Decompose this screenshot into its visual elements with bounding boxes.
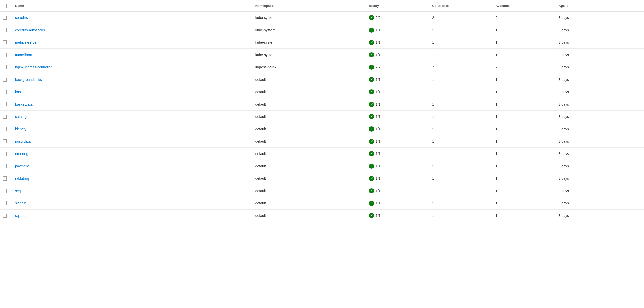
row-checkbox-cell xyxy=(0,135,12,147)
deployment-name-link[interactable]: ordering xyxy=(15,152,28,156)
row-checkbox[interactable] xyxy=(3,16,7,20)
deployment-name-link[interactable]: sqldata xyxy=(15,214,27,218)
deployment-name-link[interactable]: coredns-autoscaler xyxy=(15,28,45,32)
row-namespace-cell: default xyxy=(252,86,366,98)
deployment-name-link[interactable]: basket xyxy=(15,90,26,94)
table-row: basketdatadefault1/1113 days xyxy=(0,98,644,110)
row-uptodate-cell: 1 xyxy=(429,209,492,222)
deployment-name-link[interactable]: tunnelfront xyxy=(15,53,32,57)
row-available-cell: 1 xyxy=(492,73,555,86)
row-checkbox-cell xyxy=(0,147,12,160)
row-namespace-cell: default xyxy=(252,209,366,222)
row-namespace-cell: default xyxy=(252,98,366,110)
ready-check-icon xyxy=(369,139,374,144)
row-checkbox[interactable] xyxy=(3,115,7,119)
row-ready-cell: 1/1 xyxy=(366,135,429,147)
row-checkbox[interactable] xyxy=(3,214,7,218)
row-uptodate-cell: 1 xyxy=(429,185,492,197)
ready-check-icon xyxy=(369,40,374,45)
deployment-name-link[interactable]: rabbitmq xyxy=(15,176,29,181)
row-age-cell: 3 days xyxy=(556,24,644,36)
header-age[interactable]: Age ↓ xyxy=(556,0,644,11)
row-name-cell: nginx-ingress-controller xyxy=(12,61,252,73)
row-checkbox[interactable] xyxy=(3,152,7,156)
row-checkbox-cell xyxy=(0,11,12,24)
row-checkbox[interactable] xyxy=(3,164,7,168)
deployment-name-link[interactable]: nginx-ingress-controller xyxy=(15,65,52,69)
header-name: Name xyxy=(12,0,252,11)
row-age-cell: 3 days xyxy=(556,135,644,147)
row-uptodate-cell: 1 xyxy=(429,197,492,209)
ready-value: 1/1 xyxy=(376,139,380,143)
table-row: metrics-serverkube-system1/1113 days xyxy=(0,36,644,48)
ready-value: 1/1 xyxy=(376,127,380,131)
deployment-name-link[interactable]: metrics-server xyxy=(15,40,38,44)
ready-check-icon xyxy=(369,151,374,156)
ready-value: 1/1 xyxy=(376,115,380,119)
deployment-name-link[interactable]: catalog xyxy=(15,115,27,119)
ready-check-icon xyxy=(369,65,374,70)
row-available-cell: 1 xyxy=(492,172,555,185)
row-uptodate-cell: 2 xyxy=(429,11,492,24)
deployment-name-link[interactable]: backgroundtasks xyxy=(15,78,42,82)
row-namespace-cell: default xyxy=(252,197,366,209)
row-available-cell: 1 xyxy=(492,147,555,160)
deployment-name-link[interactable]: seq xyxy=(15,189,21,193)
row-age-cell: 3 days xyxy=(556,185,644,197)
header-ready: Ready xyxy=(366,0,429,11)
row-checkbox[interactable] xyxy=(3,139,7,143)
ready-value: 1/1 xyxy=(376,78,380,82)
row-checkbox[interactable] xyxy=(3,65,7,69)
row-namespace-cell: kube-system xyxy=(252,48,366,61)
row-checkbox-cell xyxy=(0,197,12,209)
row-checkbox[interactable] xyxy=(3,53,7,57)
deployment-name-link[interactable]: nosqldata xyxy=(15,139,31,143)
table-row: sqldatadefault1/1113 days xyxy=(0,209,644,222)
row-namespace-cell: ingress-nginx xyxy=(252,61,366,73)
row-ready-cell: 1/1 xyxy=(366,36,429,48)
row-checkbox[interactable] xyxy=(3,176,7,181)
row-checkbox-cell xyxy=(0,123,12,135)
row-name-cell: catalog xyxy=(12,110,252,123)
deployment-name-link[interactable]: basketdata xyxy=(15,102,33,106)
ready-value: 1/1 xyxy=(376,90,380,94)
row-checkbox[interactable] xyxy=(3,28,7,32)
deployment-name-link[interactable]: coredns xyxy=(15,16,28,20)
ready-value: 1/1 xyxy=(376,28,380,32)
row-namespace-cell: default xyxy=(252,110,366,123)
table-header: Name Namespace Ready Up-to-date Availabl… xyxy=(0,0,644,11)
ready-check-icon xyxy=(369,188,374,193)
row-checkbox[interactable] xyxy=(3,78,7,82)
deployment-name-link[interactable]: identity xyxy=(15,127,26,131)
row-name-cell: seq xyxy=(12,185,252,197)
row-age-cell: 3 days xyxy=(556,209,644,222)
row-name-cell: identity xyxy=(12,123,252,135)
row-checkbox[interactable] xyxy=(3,102,7,106)
ready-value: 1/1 xyxy=(376,164,380,168)
row-checkbox[interactable] xyxy=(3,201,7,205)
row-ready-cell: 1/1 xyxy=(366,209,429,222)
row-checkbox[interactable] xyxy=(3,40,7,44)
row-checkbox[interactable] xyxy=(3,189,7,193)
row-name-cell: nosqldata xyxy=(12,135,252,147)
row-checkbox[interactable] xyxy=(3,127,7,131)
ready-check-icon xyxy=(369,28,374,33)
row-available-cell: 1 xyxy=(492,135,555,147)
row-checkbox[interactable] xyxy=(3,90,7,94)
row-available-cell: 1 xyxy=(492,209,555,222)
row-checkbox-cell xyxy=(0,73,12,86)
deployment-name-link[interactable]: signalr xyxy=(15,201,26,205)
table-row: identitydefault1/1113 days xyxy=(0,123,644,135)
row-uptodate-cell: 1 xyxy=(429,48,492,61)
row-available-cell: 1 xyxy=(492,36,555,48)
ready-check-icon xyxy=(369,77,374,82)
row-available-cell: 1 xyxy=(492,48,555,61)
table-row: coredns-autoscalerkube-system1/1113 days xyxy=(0,24,644,36)
select-all-checkbox[interactable] xyxy=(3,4,7,8)
row-age-cell: 3 days xyxy=(556,160,644,172)
row-age-cell: 3 days xyxy=(556,86,644,98)
row-available-cell: 7 xyxy=(492,61,555,73)
deployment-name-link[interactable]: payment xyxy=(15,164,29,168)
row-checkbox-cell xyxy=(0,160,12,172)
table-row: seqdefault1/1113 days xyxy=(0,185,644,197)
